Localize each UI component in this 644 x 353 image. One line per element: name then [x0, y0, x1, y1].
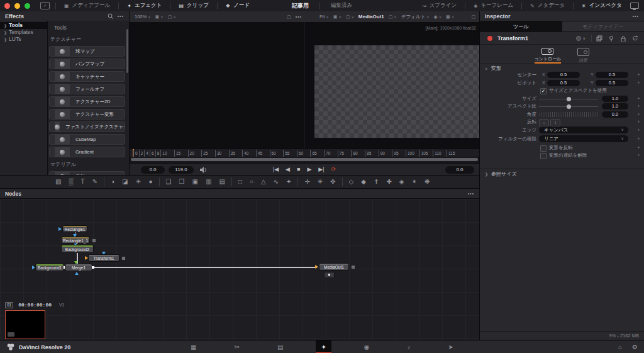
- fit-dropdown[interactable]: Fit: [319, 14, 329, 20]
- copy-settings-icon[interactable]: [596, 35, 602, 42]
- node-rectangle1[interactable]: Rectangle1: [63, 226, 87, 232]
- color-corrector-tool-icon[interactable]: ◑: [111, 176, 114, 188]
- use-size-aspect-checkbox[interactable]: ✓: [540, 88, 547, 94]
- text-3d-tool-icon[interactable]: ✝: [374, 176, 379, 188]
- tree-item-tools[interactable]: ❯Tools: [0, 22, 47, 29]
- prev-frame-button[interactable]: ◀: [286, 164, 290, 176]
- node-merge1[interactable]: Merge1: [65, 264, 92, 271]
- center-x-field[interactable]: 0.5: [547, 72, 580, 78]
- panel-tab-inspector[interactable]: ✳インスペクタ: [579, 2, 625, 9]
- keyframe-button[interactable]: +: [637, 103, 640, 111]
- node-sub-output[interactable]: [324, 272, 335, 278]
- node-side-box[interactable]: [351, 265, 355, 269]
- effects-tool-item[interactable]: テクスチャー変形: [49, 109, 125, 120]
- pivot-x-field[interactable]: 0.5: [547, 80, 580, 86]
- project-settings-gear-icon[interactable]: ⚙: [632, 344, 638, 350]
- clip-thumbnail[interactable]: [5, 310, 45, 339]
- home-icon[interactable]: ⌂: [618, 344, 622, 350]
- page-media-icon[interactable]: ▦: [186, 340, 201, 353]
- blur-tool-icon[interactable]: ●: [149, 176, 153, 188]
- subtab-controls[interactable]: コントロール: [535, 45, 562, 64]
- panel-tab-spline[interactable]: ↝スプライン: [419, 2, 459, 9]
- page-fairlight-icon[interactable]: ♪: [402, 340, 416, 353]
- paint-tool-icon[interactable]: ✎: [92, 176, 97, 188]
- tracker-tool-icon[interactable]: ✛: [304, 176, 309, 188]
- range-end-field[interactable]: 119.0: [169, 166, 194, 174]
- keyframe-button[interactable]: +: [637, 95, 640, 103]
- node-mediaout1[interactable]: MediaOut1: [319, 264, 348, 270]
- flip-horizontal-button[interactable]: ↔: [539, 119, 549, 126]
- renderer-3d-tool-icon[interactable]: ✶: [412, 176, 417, 188]
- keyframe-button[interactable]: +: [637, 135, 640, 143]
- keyframe-button[interactable]: +: [637, 118, 640, 126]
- camera-3d-tool-icon[interactable]: ◈: [399, 176, 404, 188]
- clean-feed-monitor-icon[interactable]: [630, 3, 639, 9]
- text-plus-tool-icon[interactable]: T: [81, 176, 85, 188]
- filter-dropdown[interactable]: リニア: [539, 135, 628, 142]
- tree-item-luts[interactable]: ❯LUTs: [0, 36, 47, 43]
- polygon-mask-tool-icon[interactable]: △: [261, 176, 266, 188]
- fast-noise-tool-icon[interactable]: ▒: [69, 176, 73, 188]
- page-fusion-icon[interactable]: ✦: [316, 340, 331, 353]
- bspline-mask-tool-icon[interactable]: ∿: [274, 176, 279, 188]
- time-ruler[interactable]: 0246810152025303540455055606570758085909…: [130, 148, 479, 157]
- lock-icon[interactable]: [620, 35, 626, 42]
- workspace-tab-media-pool[interactable]: ▣メディアプール: [62, 2, 113, 9]
- range-start-field[interactable]: 0.0: [141, 166, 165, 174]
- edge-dropdown[interactable]: キャンバス: [539, 126, 628, 133]
- loop-button[interactable]: ⟳: [331, 164, 336, 176]
- channel-dropdown-icon[interactable]: ▣: [155, 14, 164, 20]
- keyframe-button[interactable]: +: [637, 152, 640, 160]
- minimize-window-button[interactable]: [14, 3, 20, 9]
- aspect-slider[interactable]: [539, 106, 598, 107]
- page-deliver-icon[interactable]: ➤: [443, 340, 458, 353]
- timeline-scrollbar[interactable]: [130, 157, 479, 163]
- workspace-tab-clips[interactable]: ▤クリップ: [176, 2, 211, 9]
- node-transform1[interactable]: Transform1: [89, 255, 119, 261]
- pivot-y-field[interactable]: 0.5: [596, 80, 628, 86]
- effects-options-menu[interactable]: •••: [118, 14, 124, 18]
- size-field[interactable]: 1.0: [602, 96, 628, 102]
- guides-dropdown-icon[interactable]: ▦: [446, 14, 454, 20]
- page-edit-icon[interactable]: ▤: [272, 340, 288, 353]
- effects-tool-item[interactable]: Gradient: [49, 147, 125, 157]
- search-icon[interactable]: [108, 13, 113, 19]
- pin-icon[interactable]: [608, 35, 614, 42]
- planar-tracker-tool-icon[interactable]: ✳: [318, 176, 323, 188]
- reset-icon[interactable]: [632, 35, 638, 42]
- nodes-options-menu[interactable]: •••: [468, 191, 474, 196]
- expand-left-viewer-icon[interactable]: ▢: [287, 14, 291, 20]
- play-button[interactable]: ▶: [307, 164, 311, 176]
- image-plane-3d-tool-icon[interactable]: ◇: [349, 176, 354, 188]
- background-tool-icon[interactable]: ▧: [55, 176, 61, 188]
- node-side-box[interactable]: [92, 238, 96, 243]
- reference-size-section[interactable]: ❯参照サイズ: [480, 169, 644, 178]
- channel-dropdown-icon[interactable]: ▣: [333, 14, 341, 20]
- merge-tool-icon[interactable]: ❑: [166, 176, 172, 188]
- brightness-contrast-tool-icon[interactable]: ☀: [136, 176, 142, 188]
- multi-merge-tool-icon[interactable]: ▣: [192, 176, 198, 188]
- node-side-box[interactable]: [121, 256, 126, 261]
- center-y-field[interactable]: 0.5: [596, 72, 628, 78]
- keyframe-button[interactable]: +: [637, 71, 640, 79]
- node-output-connector[interactable]: [92, 266, 94, 269]
- node-enable-toggle[interactable]: [487, 36, 492, 41]
- tab-tools[interactable]: ツール: [480, 21, 562, 31]
- effects-tool-item[interactable]: キャッチャー: [49, 71, 125, 82]
- color-curves-tool-icon[interactable]: ◪: [122, 176, 128, 188]
- workspace-tab-nodes[interactable]: ❖ノード: [223, 2, 252, 9]
- effects-tool-item[interactable]: テクスチャー2D: [49, 96, 125, 107]
- node-rectangle1_1[interactable]: Rectangle1_1: [62, 237, 89, 243]
- effects-tool-item[interactable]: CubeMap: [49, 134, 125, 145]
- viewer-canvas[interactable]: [Main]: 1920x1080 float32: [130, 22, 479, 148]
- keyframe-button[interactable]: +: [637, 79, 640, 87]
- tree-item-templates[interactable]: ❯Templates: [0, 29, 47, 36]
- node-graph[interactable]: 01 00:00:00:00 V1 ✦ Rectangle1Rectangle1…: [0, 199, 479, 340]
- current-time-field[interactable]: 0.0: [445, 166, 474, 174]
- workspace-tab-effects[interactable]: ✦エフェクト: [125, 2, 164, 9]
- tab-modifiers[interactable]: モディファイアー: [562, 21, 644, 31]
- panel-tab-metadata[interactable]: ✎メタデータ: [528, 2, 567, 9]
- display-dropdown-icon[interactable]: ◉: [434, 14, 442, 20]
- merge-3d-tool-icon[interactable]: ✚: [386, 176, 391, 188]
- aspect-field[interactable]: 1.0: [602, 103, 628, 109]
